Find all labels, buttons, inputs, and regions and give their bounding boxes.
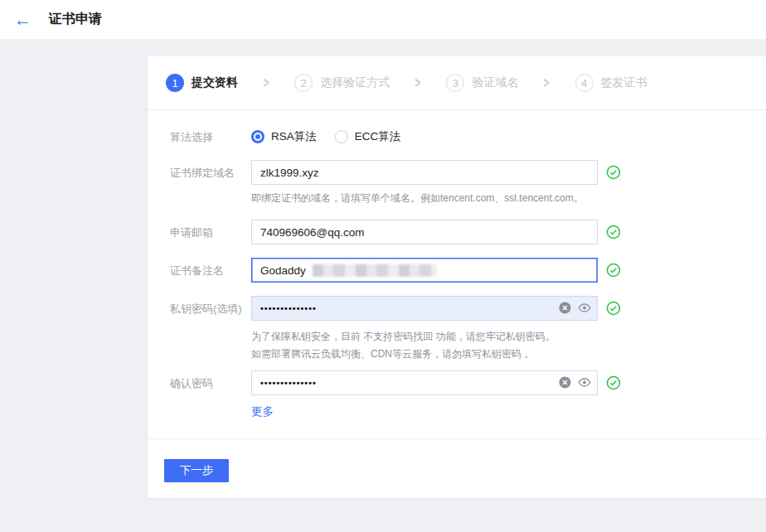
check-circle-icon — [606, 301, 621, 316]
next-step-button[interactable]: 下一步 — [164, 459, 229, 482]
step-number-badge: 1 — [166, 74, 184, 92]
private-key-help-text: 为了保障私钥安全，目前 不支持密码找回 功能，请您牢记私钥密码。 如需部署腾讯云… — [251, 328, 621, 363]
step-issue-certificate: 4 签发证书 — [575, 74, 647, 92]
step-label: 选择验证方式 — [320, 75, 390, 90]
check-circle-icon — [606, 375, 621, 390]
step-label: 提交资料 — [192, 75, 238, 90]
certificate-form-card: 1 提交资料 > 2 选择验证方式 > 3 验证域名 > 4 签发证书 算法选择… — [148, 56, 766, 498]
remark-input[interactable]: Godaddy — [251, 258, 598, 283]
email-row: 申请邮箱 — [170, 220, 766, 244]
radio-rsa[interactable]: RSA算法 — [251, 129, 317, 144]
confirm-password-row: 确认密码 — [170, 370, 766, 395]
step-label: 验证域名 — [472, 75, 518, 90]
private-key-password-row: 私钥密码(选填) — [170, 296, 766, 363]
show-password-eye-icon[interactable] — [578, 377, 591, 390]
private-key-password-input[interactable] — [251, 296, 598, 321]
domain-input[interactable] — [251, 160, 598, 185]
clear-input-icon[interactable] — [559, 376, 572, 389]
confirm-password-label: 确认密码 — [170, 370, 251, 395]
step-verify-domain: 3 验证域名 — [446, 74, 518, 92]
remark-row: 证书备注名 Godaddy — [170, 258, 766, 283]
redacted-blur-region — [313, 264, 437, 277]
remark-value: Godaddy — [260, 264, 306, 277]
algorithm-radio-group: RSA算法 ECC算法 — [251, 128, 419, 145]
private-key-help-line2: 如需部署腾讯云负载均衡、CDN等云服务，请勿填写私钥密码 。 — [251, 346, 621, 363]
radio-rsa-label: RSA算法 — [271, 129, 317, 144]
certificate-form: 算法选择 RSA算法 ECC算法 证书绑定域名 — [148, 110, 766, 482]
check-circle-icon — [606, 165, 621, 180]
page-title: 证书申请 — [49, 11, 102, 28]
private-key-help-line1: 为了保障私钥安全，目前 不支持密码找回 功能，请您牢记私钥密码。 — [251, 328, 621, 346]
show-password-eye-icon[interactable] — [578, 302, 591, 316]
step-number-badge: 3 — [446, 74, 464, 92]
algorithm-row: 算法选择 RSA算法 ECC算法 — [170, 128, 766, 145]
remark-label: 证书备注名 — [170, 258, 251, 283]
chevron-right-icon: > — [415, 75, 421, 91]
step-submit-info: 1 提交资料 — [166, 74, 238, 92]
check-circle-icon — [606, 263, 621, 278]
radio-unselected-icon — [335, 130, 348, 143]
email-label: 申请邮箱 — [170, 220, 251, 244]
wizard-stepper: 1 提交资料 > 2 选择验证方式 > 3 验证域名 > 4 签发证书 — [148, 56, 766, 110]
footer-divider — [148, 438, 766, 439]
radio-ecc[interactable]: ECC算法 — [335, 129, 401, 144]
email-input[interactable] — [251, 220, 598, 244]
domain-label: 证书绑定域名 — [170, 160, 251, 206]
step-choose-verification: 2 选择验证方式 — [294, 74, 390, 92]
clear-input-icon[interactable] — [559, 302, 572, 315]
step-label: 签发证书 — [601, 75, 647, 90]
step-number-badge: 4 — [575, 74, 594, 92]
step-number-badge: 2 — [294, 74, 313, 92]
chevron-right-icon: > — [264, 75, 269, 91]
domain-help-text: 即绑定证书的域名，请填写单个域名。例如tencent.com、ssl.tence… — [251, 191, 621, 206]
more-link[interactable]: 更多 — [251, 404, 274, 419]
back-arrow-icon[interactable]: ← — [14, 11, 32, 28]
top-bar: ← 证书申请 — [0, 0, 766, 39]
chevron-right-icon: > — [544, 75, 550, 91]
domain-row: 证书绑定域名 即绑定证书的域名，请填写单个域名。例如tencent.com、ss… — [170, 160, 766, 206]
algorithm-label: 算法选择 — [170, 128, 251, 145]
private-key-password-label: 私钥密码(选填) — [170, 296, 251, 363]
confirm-password-input[interactable] — [251, 370, 598, 395]
radio-selected-icon — [251, 130, 264, 143]
radio-ecc-label: ECC算法 — [355, 129, 401, 144]
check-circle-icon — [606, 225, 621, 239]
